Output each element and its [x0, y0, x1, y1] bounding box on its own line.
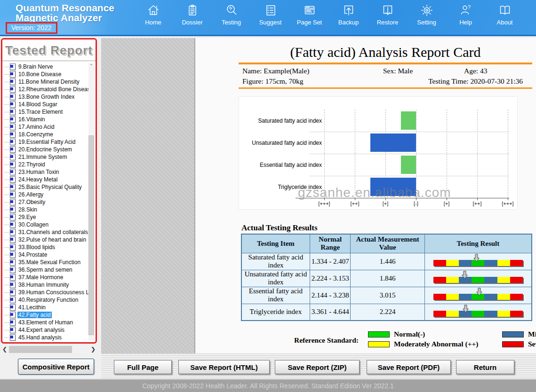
scale-segment [446, 260, 459, 266]
tree-item[interactable]: 9.Brain Nerve [2, 63, 89, 71]
save-report-pdf-button[interactable]: Save Report (PDF) [367, 360, 451, 374]
tree-item[interactable]: 31.Channels and collaterals [2, 228, 89, 236]
tree-item[interactable]: 29.Eye [2, 213, 89, 221]
tree-item[interactable]: 38.Human Immunity [2, 281, 89, 289]
tree-item[interactable]: 15.Trace Element [2, 108, 89, 116]
nav-backup[interactable]: Backup [329, 3, 368, 26]
nav-label: About [497, 19, 513, 26]
report-margin-panel [101, 38, 195, 353]
vertical-scroll-thumb[interactable] [88, 135, 94, 336]
tree-item[interactable]: 44.Expert analysis [2, 326, 89, 334]
tree-item[interactable]: 42.Fatty acid [2, 311, 89, 319]
nav-suggest[interactable]: Suggest [251, 3, 290, 26]
full-page-button[interactable]: Full Page [114, 360, 172, 374]
patient-age: Age: 43 [464, 67, 488, 75]
tree-item[interactable]: 39.Human Consciousness Lev [2, 289, 89, 296]
tree-horizontal-scrollbar[interactable]: ❮ ❯ [1, 345, 97, 353]
table-cell-item: Unsaturated fatty acid index [241, 270, 310, 287]
tree-connector [4, 247, 9, 248]
legend-label: Mildly Abnormal(+) [528, 330, 536, 338]
tree-item-label: 38.Human Immunity [17, 282, 70, 288]
tree-item[interactable]: 12.Rheumatoid Bone Disease [2, 86, 89, 93]
tree-item[interactable]: 11.Bone Mineral Density [2, 78, 89, 86]
scale-segment [484, 294, 497, 300]
tree-item[interactable]: 25.Basic Physical Quality [2, 183, 89, 191]
scale-segment [433, 277, 446, 283]
tree-item-label: 29.Eye [17, 214, 37, 220]
nav-dossier[interactable]: Dossier [173, 3, 212, 26]
tree-item-label: 14.Blood Sugar [17, 101, 58, 108]
tree-item[interactable]: 23.Human Toxin [2, 168, 89, 176]
tree-connector [4, 89, 9, 90]
tree-item[interactable]: 37.Male Hormone [2, 274, 89, 281]
tree-item[interactable]: 30.Collagen [2, 221, 89, 228]
tree-item[interactable]: 41.Lecithin [2, 304, 89, 311]
scroll-right-icon[interactable]: ❯ [89, 345, 97, 353]
tree-item[interactable]: 21.Immune System [2, 153, 89, 161]
nav-page-set[interactable]: Page Set [290, 3, 329, 26]
tree-item[interactable]: 18.Coenzyme [2, 131, 89, 138]
tree-item[interactable]: 34.Prostate [2, 251, 89, 259]
nav-restore[interactable]: Restore [368, 3, 407, 26]
compositive-report-button[interactable]: Compositive Report [18, 359, 94, 375]
tree-connector [4, 142, 9, 142]
chart-bar [401, 156, 416, 174]
table-header-cell: Testing Item [241, 234, 310, 253]
tree-connector [4, 262, 9, 263]
tree-item[interactable]: 24.Heavy Metal [2, 176, 89, 183]
tree-item-label: 33.Blood lipids [17, 244, 56, 251]
horizontal-scroll-thumb[interactable] [9, 346, 72, 353]
table-row: Essential fatty acid index2.144 - 3.2383… [241, 287, 532, 304]
nav-setting[interactable]: Setting [407, 3, 446, 26]
divider-rule-bottom [239, 87, 532, 89]
tree-item-label: 26.Allergy [17, 191, 44, 198]
scale-segment [484, 277, 497, 283]
legend-swatch [502, 331, 524, 337]
tree-item[interactable]: 45.Hand analysis [2, 334, 89, 341]
main-toolbar: HomeDossierTestingSuggestPage SetBackupR… [134, 3, 524, 26]
tree-item[interactable]: 13.Bone Growth Index [2, 93, 89, 101]
nav-home[interactable]: Home [134, 3, 173, 26]
tree-item[interactable]: 40.Respiratory Function [2, 296, 89, 304]
tree-item[interactable]: 17.Amino Acid [2, 123, 89, 131]
nav-about[interactable]: About [485, 3, 524, 26]
report-doc-icon [10, 289, 16, 296]
scroll-left-icon[interactable]: ❮ [1, 345, 8, 353]
tree-item[interactable]: 26.Allergy [2, 191, 89, 198]
tree-item[interactable]: 36.Sperm and semen [2, 266, 89, 274]
tree-item-label: 36.Sperm and semen [17, 267, 73, 273]
save-report-html-button[interactable]: Save Report (HTML) [178, 360, 270, 374]
chart-row-separator [309, 176, 509, 176]
tree-item[interactable]: 27.Obesity [2, 198, 89, 206]
nav-help[interactable]: ?Help [446, 3, 485, 26]
tree-item[interactable]: 43.Element of Human [2, 319, 89, 326]
tree-item[interactable]: 20.Endocrine System [2, 146, 89, 153]
tree-item[interactable]: 22.Thyroid [2, 161, 89, 168]
tree-item[interactable]: 32.Pulse of heart and brain [2, 236, 89, 243]
tree-item-label: 37.Male Hormone [17, 274, 64, 281]
tree-item-label: 34.Prostate [17, 251, 48, 258]
table-header-cell: Testing Result [424, 234, 532, 253]
tree-item-label: 43.Element of Human [17, 319, 74, 326]
tree-item[interactable]: 10.Bone Disease [2, 71, 89, 78]
tree-item[interactable]: 19.Essential Fatty Acid [2, 138, 89, 146]
return-button[interactable]: Return [456, 360, 514, 374]
tree-item-label: 30.Collagen [17, 221, 49, 228]
report-doc-icon [10, 169, 16, 175]
tree-vertical-scrollbar[interactable]: ⌃ [88, 63, 94, 341]
report-doc-icon [10, 109, 16, 115]
tree-item[interactable]: 16.Vitamin [2, 116, 89, 123]
table-cell-range: 3.361 - 4.644 [310, 304, 351, 321]
nav-testing[interactable]: Testing [212, 3, 251, 26]
tree-item[interactable]: 28.Skin [2, 206, 89, 213]
tree-item[interactable]: 35.Male Sexual Function [2, 259, 89, 266]
scroll-up-icon[interactable]: ⌃ [88, 63, 94, 69]
tree-item[interactable]: 14.Blood Sugar [2, 101, 89, 108]
scale-segment [433, 260, 446, 266]
tree-item-label: 9.Brain Nerve [17, 63, 54, 70]
tree-item[interactable]: 33.Blood lipids [2, 243, 89, 251]
tree-connector [4, 172, 9, 172]
patient-sex: Sex: Male [383, 67, 413, 75]
report-doc-icon [10, 146, 16, 153]
save-report-zip-button[interactable]: Save Report (ZIP) [275, 360, 360, 374]
